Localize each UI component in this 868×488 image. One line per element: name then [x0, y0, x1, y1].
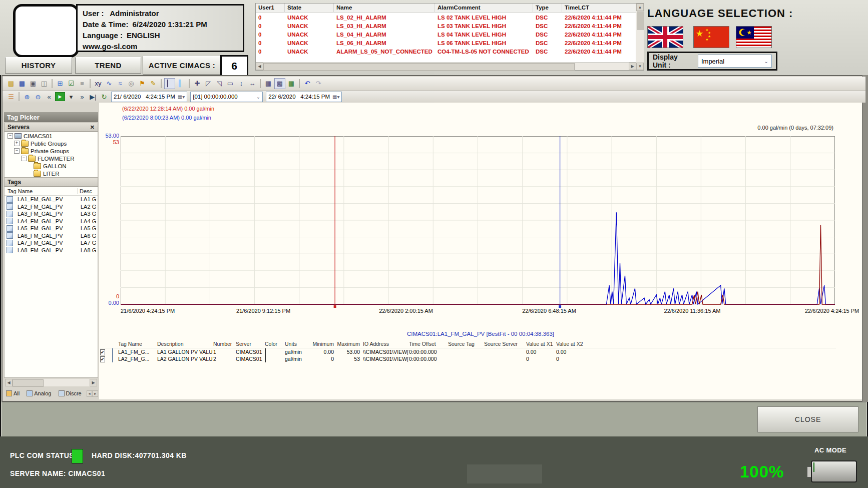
scroll-left-icon[interactable]: ◀	[5, 379, 13, 386]
legend-row[interactable]: ✔ LA2_FM_G... LA2 GALLON PV VALUE 2 CIMA…	[100, 355, 836, 362]
skip-end-icon[interactable]: ▶|	[88, 92, 98, 102]
tag-list-horizontal-scrollbar[interactable]: ◀ ▶	[5, 379, 97, 386]
tag-list-item[interactable]: LA4_FM_GAL_PVLA4 G	[5, 218, 98, 225]
xy-plot-icon[interactable]: xy	[93, 79, 103, 89]
alarm-row[interactable]: 0UNACKLS_03_HI_ALARMLS 03 TANK LEVEL HIG…	[256, 23, 636, 31]
expand-icon[interactable]: +	[14, 141, 20, 146]
alarm-vertical-scrollbar[interactable]: ▲ ▼	[636, 4, 644, 70]
close-icon[interactable]: ✕	[90, 124, 95, 131]
uk-flag-icon[interactable]	[647, 26, 683, 48]
cursor-bar-icon[interactable]: ▍	[176, 79, 186, 89]
tree-item-cimacs01[interactable]: −CIMACS01	[5, 132, 98, 140]
tab-all[interactable]: All	[4, 389, 22, 397]
scroll-up-icon[interactable]: ▲	[636, 4, 644, 11]
alarm-horizontal-scrollbar[interactable]: ◀ ▶	[256, 62, 636, 70]
alarm-row[interactable]: 0UNACKLS_04_HI_ALARMLS 04 TANK LEVEL HIG…	[256, 31, 636, 40]
malaysia-flag-icon[interactable]: ★	[736, 26, 772, 48]
scroll-right-icon[interactable]: ▶	[90, 379, 97, 386]
compass-icon[interactable]: ◎	[126, 79, 136, 89]
grid-green-icon[interactable]: ▦	[286, 79, 296, 89]
zoom-x-icon[interactable]: ◹	[214, 79, 224, 89]
rewind-icon[interactable]: «	[44, 92, 54, 102]
copy-icon[interactable]: ◫	[39, 79, 49, 89]
zoom-horizontal-icon[interactable]: ↔	[247, 79, 257, 89]
tag-list-item[interactable]: LA2_FM_GAL_PVLA2 G	[5, 203, 98, 211]
pen-icon[interactable]: ✎	[148, 79, 158, 89]
collapse-icon[interactable]: −	[21, 156, 27, 161]
scroll-thumb[interactable]	[263, 63, 575, 71]
alarm-col-header[interactable]: TimeLCT	[562, 4, 636, 13]
zoom-vertical-icon[interactable]: ↕	[236, 79, 246, 89]
tab-analog[interactable]: Analog	[25, 389, 53, 397]
tag-list-item[interactable]: LA5_FM_GAL_PVLA5 G	[5, 225, 98, 232]
alarm-col-header[interactable]: State	[285, 4, 334, 13]
refresh-icon[interactable]: ↻	[99, 92, 109, 102]
report-icon[interactable]: ≡	[77, 79, 87, 89]
tag-list-item[interactable]: LA6_FM_GAL_PVLA6 G	[5, 232, 98, 240]
tree-item-private-groups[interactable]: −Private Groups	[5, 147, 98, 155]
save-icon[interactable]: ▦	[17, 79, 27, 89]
legend-row[interactable]: ✔ LA1_FM_G... LA1 GALLON PV VALUE 1 CIMA…	[100, 348, 836, 355]
desc-column-header[interactable]: Desc	[78, 188, 98, 194]
scroll-thumb[interactable]	[13, 379, 44, 387]
cursor-line-icon[interactable]: ▏	[164, 78, 175, 89]
add-display-icon[interactable]: ⊞	[55, 79, 65, 89]
trend-plot[interactable]	[121, 136, 835, 309]
fast-forward-icon[interactable]: »	[77, 92, 87, 102]
multi-trend-icon[interactable]: ≈	[115, 79, 125, 89]
scroll-down-icon[interactable]: ▼	[636, 63, 644, 70]
tag-list-item[interactable]: LA3_FM_GAL_PVLA3 G	[5, 210, 98, 218]
pen-color-swatch[interactable]	[265, 355, 266, 362]
tab-scroll-right-icon[interactable]: ▸	[92, 390, 98, 397]
alarm-row[interactable]: 0UNACKLS_02_HI_ALARMLS 02 TANK LEVEL HIG…	[256, 14, 636, 23]
undo-icon[interactable]: ↶	[302, 79, 312, 89]
trend-button[interactable]: TREND	[75, 57, 141, 74]
tab-scroll-left-icon[interactable]: ◂	[87, 390, 93, 397]
play-icon[interactable]: ▶	[55, 92, 65, 101]
collapse-icon[interactable]: −	[14, 148, 20, 154]
history-button[interactable]: HISTORY	[5, 57, 72, 74]
grid-dense-icon[interactable]: ▩	[274, 78, 285, 89]
annotate-flag-icon[interactable]: ⚑	[137, 79, 147, 89]
tag-list-icon[interactable]: ☰	[6, 92, 16, 102]
alarm-row[interactable]: 0UNACKALARM_LS_05_NOT_CONNECTEDCO4-TM-LS…	[256, 48, 636, 57]
zoom-box-icon[interactable]: ▭	[225, 79, 235, 89]
alarm-col-header[interactable]: Type	[533, 4, 562, 13]
trend-chart-icon[interactable]: ∿	[104, 79, 114, 89]
grid-toggle-icon[interactable]: ▦	[263, 79, 273, 89]
tree-item-public-groups[interactable]: +Public Groups	[5, 140, 98, 147]
zoom-free-icon[interactable]: ◸	[203, 79, 213, 89]
china-flag-icon[interactable]: ★★★★★	[693, 26, 729, 48]
pen-enabled-checkbox[interactable]: ✔	[100, 349, 105, 355]
print-icon[interactable]: ▣	[28, 79, 38, 89]
tag-name-column-header[interactable]: Tag Name	[5, 188, 78, 194]
pen-enabled-checkbox[interactable]: ✔	[100, 356, 105, 362]
display-unit-select[interactable]: Imperial ⌄	[698, 55, 772, 68]
redo-icon[interactable]: ↷	[313, 79, 323, 89]
tree-item-liter[interactable]: LITER	[5, 170, 98, 177]
tree-item-flowmeter[interactable]: −FLOWMETER	[5, 155, 98, 162]
pan-icon[interactable]: ✚	[192, 79, 202, 89]
scroll-thumb[interactable]	[637, 12, 644, 30]
scroll-left-icon[interactable]: ◀	[256, 63, 263, 70]
end-datetime-input[interactable]: 22/ 6/2020 4:24:15 PM▦▾	[266, 92, 342, 102]
scroll-right-icon[interactable]: ▶	[629, 63, 636, 70]
tab-discrete[interactable]: Discre	[57, 389, 84, 397]
interval-select[interactable]: [01] 00:00:00.000⌄	[190, 92, 263, 102]
alarm-row[interactable]: 0UNACKLS_06_HI_ALARMLS 06 TANK LEVEL HIG…	[256, 40, 636, 48]
display-check-icon[interactable]: ☑	[66, 79, 76, 89]
collapse-icon[interactable]: −	[8, 133, 13, 139]
start-datetime-input[interactable]: 21/ 6/2020 4:24:15 PM▦▾	[111, 92, 187, 102]
calendar-icon[interactable]: ▦▾	[178, 94, 185, 100]
tag-list-item[interactable]: LA8_FM_GAL_PVLA8 G	[5, 247, 98, 254]
open-icon[interactable]: ▤	[6, 79, 16, 89]
alarm-col-header[interactable]: User1	[256, 4, 285, 13]
tag-list-item[interactable]: LA1_FM_GAL_PVLA1 G	[5, 196, 98, 203]
tree-item-gallon[interactable]: GALLON	[5, 162, 98, 170]
zoom-out-icon[interactable]: ⊖	[33, 92, 43, 102]
alarm-col-header[interactable]: Name	[334, 4, 435, 13]
pen-color-swatch[interactable]	[265, 348, 266, 355]
close-button[interactable]: CLOSE	[757, 406, 858, 432]
alarm-col-header[interactable]: AlarmComment	[435, 4, 533, 13]
calendar-icon[interactable]: ▦▾	[332, 94, 339, 100]
